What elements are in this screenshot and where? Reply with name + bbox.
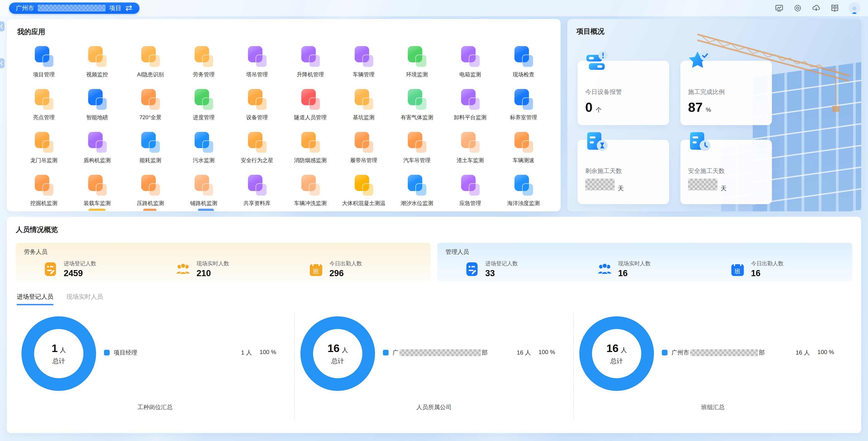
app-tile-压路机监测[interactable]: 压路机监测 — [124, 174, 177, 207]
app-tile-大体积混凝土测温[interactable]: 大体积混凝土测温 — [337, 174, 391, 207]
app-tile-安全行为之星[interactable]: 安全行为之星 — [230, 131, 284, 164]
scroll-left-indicator[interactable] — [0, 58, 4, 68]
legend-count: 16 人 — [517, 349, 531, 357]
card-unit: 天 — [721, 184, 726, 192]
app-tile-智能地磅[interactable]: 智能地磅 — [70, 89, 124, 121]
app-tile-AI隐患识别[interactable]: AI隐患识别 — [124, 45, 177, 78]
people-group-icon — [597, 262, 612, 277]
app-label: 应急管理 — [459, 200, 481, 207]
overview-cards: 今日设备报警 0 个 施工完成比例 87 % — [578, 61, 772, 204]
app-tile-现场检查[interactable]: 现场检查 — [497, 45, 550, 78]
user-avatar[interactable] — [848, 2, 860, 14]
app-icon — [193, 45, 215, 67]
app-tile-进度管理[interactable]: 进度管理 — [177, 89, 230, 121]
partial-app-icon — [143, 209, 156, 211]
legend-row: 广州市 部 16 人 100 % — [662, 349, 834, 357]
project-name-redacted — [38, 5, 105, 11]
app-icon — [300, 45, 321, 67]
stat-labor-onsite: 现场实时人数 210 — [176, 260, 271, 278]
tab-realtime-personnel[interactable]: 现场实时人员 — [66, 293, 103, 305]
manual-book-icon[interactable] — [830, 3, 839, 13]
app-label: AI隐患识别 — [137, 71, 164, 78]
project-switcher-button[interactable]: 广州市 项目 — [9, 2, 140, 14]
app-icon — [86, 174, 108, 196]
app-label: 压路机监测 — [137, 200, 164, 207]
app-tile-标养室管理[interactable]: 标养室管理 — [497, 89, 550, 121]
app-icon — [86, 45, 108, 67]
stat-value: 210 — [196, 269, 229, 278]
app-tile-挖掘机监测[interactable]: 挖掘机监测 — [17, 174, 70, 207]
app-icon — [406, 45, 428, 67]
stat-label: 现场实时人数 — [196, 260, 229, 267]
app-tile-劳务管理[interactable]: 劳务管理 — [177, 45, 230, 78]
my-apps-grid: 项目管理视频监控AI隐患识别劳务管理塔吊管理升降机管理车辆管理环境监测电箱监测现… — [17, 45, 550, 207]
app-tile-隧道人员管理[interactable]: 隧道人员管理 — [284, 89, 337, 121]
management-box-title: 管理人员 — [445, 248, 844, 256]
card-safe-construction-days: 安全施工天数 天 — [680, 140, 772, 204]
app-tile-消防烟感监测[interactable]: 消防烟感监测 — [284, 131, 337, 164]
app-label: 盾构机监测 — [84, 157, 111, 164]
project-overview-panel: 项目概况 今日设备报警 0 个 施工完成比例 — [567, 19, 861, 211]
app-label: 智能地磅 — [86, 114, 108, 121]
stat-label: 今日出勤人数 — [751, 260, 783, 267]
stat-labor-registered: 进场登记人数 2459 — [43, 260, 138, 278]
app-tile-车辆冲洗监测[interactable]: 车辆冲洗监测 — [284, 174, 337, 207]
app-tile-亮点管理[interactable]: 亮点管理 — [17, 89, 70, 121]
app-tile-应急管理[interactable]: 应急管理 — [443, 174, 497, 207]
app-tile-升降机管理[interactable]: 升降机管理 — [284, 45, 337, 78]
settings-gear-icon[interactable] — [793, 3, 802, 13]
card-unit: 天 — [618, 184, 624, 192]
app-tile-车辆管理[interactable]: 车辆管理 — [337, 45, 391, 78]
cloud-download-icon[interactable] — [811, 3, 821, 13]
app-label: 车辆冲洗监测 — [294, 200, 327, 207]
app-tile-有害气体监测[interactable]: 有害气体监测 — [391, 89, 444, 121]
stat-mgmt-onsite: 现场实时人数 16 — [597, 260, 692, 278]
app-tile-铺路机监测[interactable]: 铺路机监测 — [177, 174, 230, 207]
app-tile-潮汐水位监测[interactable]: 潮汐水位监测 — [391, 174, 444, 207]
app-tile-塔吊管理[interactable]: 塔吊管理 — [230, 45, 284, 78]
legend-percent: 100 % — [538, 349, 555, 357]
app-icon — [246, 174, 268, 196]
stat-value: 296 — [329, 269, 362, 278]
app-tile-龙门吊监测[interactable]: 龙门吊监测 — [17, 131, 70, 164]
redacted-value — [688, 179, 717, 190]
personnel-overview-title: 人员情况概览 — [16, 225, 852, 234]
tab-registered-personnel[interactable]: 进场登记人员 — [17, 293, 53, 305]
svg-text:班: 班 — [735, 268, 741, 275]
app-tile-海洋浊度监测[interactable]: 海洋浊度监测 — [497, 174, 550, 207]
app-label: 污水监测 — [193, 157, 215, 164]
app-tile-卸料平台监测[interactable]: 卸料平台监测 — [443, 89, 497, 121]
app-tile-电箱监测[interactable]: 电箱监测 — [443, 45, 497, 78]
card-value: 0 — [585, 100, 592, 115]
dashboard-monitor-icon[interactable] — [774, 3, 784, 13]
app-tile-环境监测[interactable]: 环境监测 — [391, 45, 444, 78]
app-tile-装载车监测[interactable]: 装载车监测 — [70, 174, 124, 207]
chart-footer-label: 班组汇总 — [574, 403, 852, 411]
app-tile-汽车吊管理[interactable]: 汽车吊管理 — [391, 131, 444, 164]
app-icon — [193, 89, 215, 110]
app-tile-设备管理[interactable]: 设备管理 — [230, 89, 284, 121]
app-icon — [33, 45, 55, 67]
app-label: 环境监测 — [406, 71, 428, 78]
app-tile-履带吊管理[interactable]: 履带吊管理 — [337, 131, 391, 164]
app-label: 基坑监测 — [353, 114, 375, 121]
app-icon — [193, 174, 215, 196]
stat-label: 今日出勤人数 — [329, 260, 362, 267]
app-tile-基坑监测[interactable]: 基坑监测 — [337, 89, 391, 121]
app-tile-能耗监测[interactable]: 能耗监测 — [124, 131, 177, 164]
app-tile-视频监控[interactable]: 视频监控 — [70, 45, 124, 78]
app-tile-盾构机监测[interactable]: 盾构机监测 — [70, 131, 124, 164]
chart-company-affiliation: 16人 总计 广 部 16 人 100 % 人员所属公司 — [295, 313, 574, 419]
app-tile-共享资料库[interactable]: 共享资料库 — [230, 174, 284, 207]
app-icon — [406, 131, 428, 153]
app-label: 大体积混凝土测温 — [342, 200, 385, 207]
personnel-tabs: 进场登记人员 现场实时人员 — [16, 293, 852, 305]
app-tile-污水监测[interactable]: 污水监测 — [177, 131, 230, 164]
stat-label: 进场登记人数 — [485, 260, 518, 267]
app-tile-项目管理[interactable]: 项目管理 — [17, 45, 70, 78]
app-tile-渣土车监测[interactable]: 渣土车监测 — [443, 131, 497, 164]
app-tile-720°全景[interactable]: 720°全景 — [124, 89, 177, 121]
scroll-left-indicator[interactable] — [0, 22, 4, 31]
app-tile-车辆测速[interactable]: 车辆测速 — [497, 131, 550, 164]
calendar-clock-icon — [687, 128, 713, 155]
